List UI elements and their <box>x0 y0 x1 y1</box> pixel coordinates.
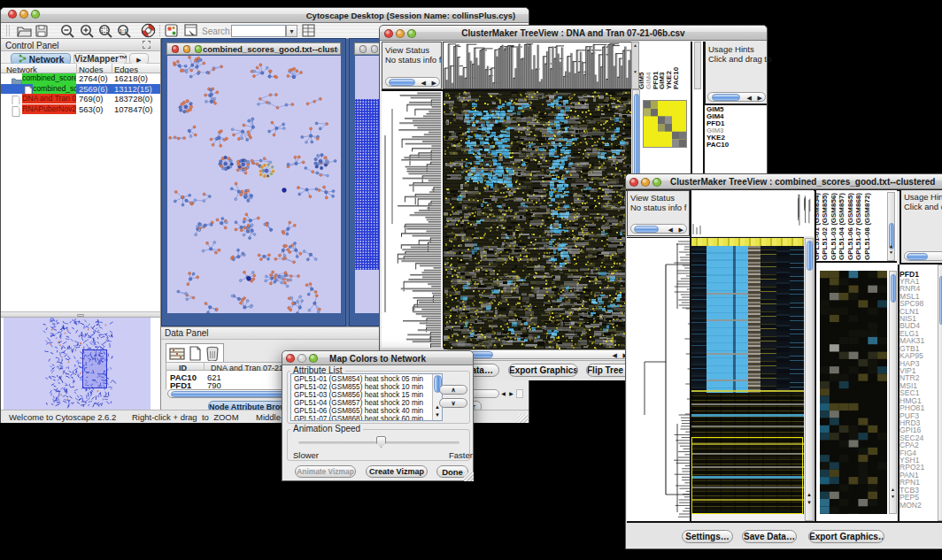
svg-text:1:1: 1:1 <box>120 28 127 34</box>
